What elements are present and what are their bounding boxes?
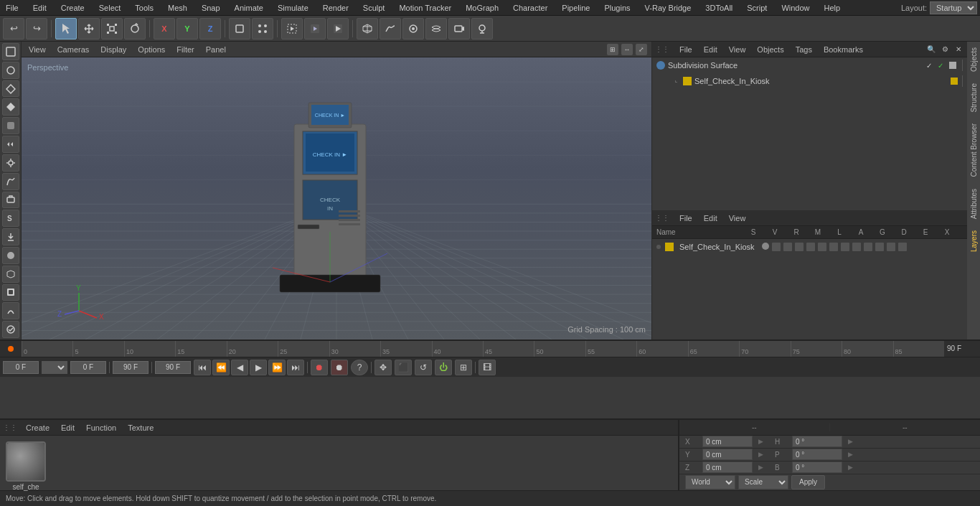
menu-mesh[interactable]: Mesh [165,2,190,14]
play-reverse-button[interactable]: ◀ [231,360,248,375]
sidebar-icon-10[interactable]: S [2,210,19,227]
help-button[interactable]: ? [351,360,368,375]
menu-plugins[interactable]: Plugins [601,2,633,14]
spline-button[interactable] [380,18,401,39]
sidebar-icon-8[interactable] [2,173,19,190]
goto-start-button[interactable]: ⏮ [194,360,211,375]
menu-script[interactable]: Script [744,2,770,14]
start-frame-input[interactable] [70,361,106,374]
attr-file-menu[interactable]: File [677,213,695,223]
sidebar-icon-5[interactable] [2,117,19,134]
record-button[interactable]: ⏺ [311,360,328,375]
menu-create[interactable]: Create [58,2,88,14]
menu-edit[interactable]: Edit [30,2,50,14]
end-frame-input-2[interactable] [155,361,191,374]
undo-button[interactable]: ↩ [3,18,24,39]
redo-button[interactable]: ↪ [26,18,47,39]
sidebar-icon-3[interactable] [2,80,19,98]
key-rotate-button[interactable]: ↺ [415,360,432,375]
mat-texture-menu[interactable]: Texture [125,423,156,433]
sidebar-icon-15[interactable] [2,302,19,319]
subdivision-surface-row[interactable]: Subdivision Surface ✓ ✓ [652,57,967,73]
coord-b-input[interactable] [792,462,842,473]
move-tool-button[interactable] [78,18,100,39]
mat-function-menu[interactable]: Function [83,423,119,433]
menu-tools[interactable]: Tools [132,2,156,14]
current-frame-input[interactable] [3,361,39,374]
vp-icon-2[interactable]: ↔ [621,44,633,55]
menu-animate[interactable]: Animate [232,2,266,14]
attr-view-menu[interactable]: View [726,213,749,223]
menu-render[interactable]: Render [320,2,352,14]
coord-x-input-1[interactable] [702,436,753,447]
close-panel-icon[interactable]: ✕ [953,44,964,55]
interactive-render-button[interactable] [304,18,326,39]
sidebar-icon-14[interactable] [2,284,19,301]
menu-simulate[interactable]: Simulate [275,2,311,14]
fps-selector[interactable] [42,361,67,374]
film-button[interactable]: 🎞 [479,360,496,375]
sidebar-icon-1[interactable] [2,43,19,60]
mat-edit-menu[interactable]: Edit [58,423,77,433]
render-button[interactable] [327,18,349,39]
menu-file[interactable]: File [3,2,22,14]
menu-select[interactable]: Select [96,2,124,14]
scale-dropdown[interactable]: Scale [738,475,788,489]
sidebar-icon-4[interactable] [2,98,19,116]
attr-edit-menu[interactable]: Edit [701,213,720,223]
material-swatch-1[interactable] [6,441,46,482]
layout-dropdown[interactable]: Startup [930,1,977,14]
menu-motion-tracker[interactable]: Motion Tracker [396,2,454,14]
world-dropdown[interactable]: World [685,475,735,489]
obj-file-menu[interactable]: File [677,44,695,55]
sidebar-icon-9[interactable] [2,192,19,209]
sidebar-icon-11[interactable] [2,228,19,245]
obj-objects-menu[interactable]: Objects [754,44,786,55]
grid-button[interactable]: ⊞ [455,360,472,375]
viewport-3d[interactable]: Perspective Grid Spacing : 100 cm CHECK … [22,57,651,339]
scale-tool-button[interactable] [101,18,123,39]
key-scale-button[interactable]: ⬛ [395,360,412,375]
kiosk-row[interactable]: Self_Check_In_Kiosk [661,73,967,89]
select-tool-button[interactable] [55,18,77,39]
coord-h-input[interactable] [792,436,842,447]
power-button[interactable]: ⏻ [435,360,452,375]
mat-create-menu[interactable]: Create [23,423,52,433]
sidebar-icon-6[interactable] [2,136,19,153]
menu-mograph[interactable]: MoGraph [463,2,501,14]
step-forward-button[interactable]: ⏩ [268,360,286,375]
auto-key-button[interactable]: ⏺ [331,360,348,375]
viewport-view-btn[interactable]: View [26,44,49,55]
menu-pipeline[interactable]: Pipeline [559,2,593,14]
coord-y-input-1[interactable] [702,449,753,460]
x-axis-button[interactable]: X [154,18,175,39]
coord-p-input[interactable] [792,449,842,460]
vp-icon-3[interactable]: ⤢ [636,44,647,55]
tab-structure[interactable]: Structure [969,78,979,118]
material-item-1[interactable]: self_che [6,441,46,491]
sidebar-icon-13[interactable] [2,266,19,283]
deformer-button[interactable] [425,18,447,39]
end-frame-input-1[interactable] [113,361,149,374]
obj-edit-menu[interactable]: Edit [701,44,720,55]
sidebar-icon-7[interactable] [2,154,19,172]
tab-objects[interactable]: Objects [969,42,979,78]
sidebar-icon-2[interactable] [2,62,19,79]
play-forward-button[interactable]: ▶ [250,360,267,375]
coord-z-input-1[interactable] [702,462,753,473]
tab-attributes[interactable]: Attributes [969,183,979,225]
generator-button[interactable] [402,18,424,39]
search-panel-icon[interactable]: 🔍 [925,44,937,55]
menu-character[interactable]: Character [510,2,550,14]
menu-snap[interactable]: Snap [199,2,223,14]
camera-button[interactable] [448,18,470,39]
viewport-filter-btn[interactable]: Filter [174,44,197,55]
viewport-options-btn[interactable]: Options [135,44,168,55]
menu-window[interactable]: Window [778,2,812,14]
light-button[interactable] [471,18,493,39]
render-region-button[interactable] [281,18,303,39]
menu-3dtoall[interactable]: 3DToAll [702,2,735,14]
menu-sculpt[interactable]: Sculpt [360,2,388,14]
tab-layers[interactable]: Layers [969,225,979,258]
viewport-cameras-btn[interactable]: Cameras [55,44,93,55]
